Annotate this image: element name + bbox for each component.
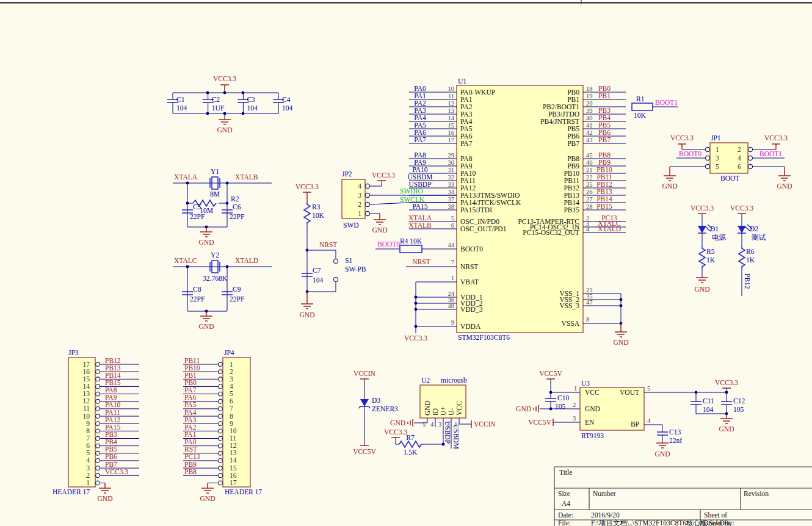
net-label: VCC3.3 xyxy=(105,468,128,475)
net-label: XTALA xyxy=(174,173,198,181)
pin-number: 16 xyxy=(448,129,455,136)
capacitor: C2 1UF xyxy=(203,93,224,113)
date-label: Date: xyxy=(558,511,573,519)
net-label-pb12: PB12 xyxy=(744,273,751,289)
pin-name: PB1 xyxy=(567,96,579,103)
power-net-label: VCC3.3 xyxy=(404,334,427,342)
date-value: 2016/9/20 xyxy=(591,511,620,519)
net-label-boot0: BOOT0 xyxy=(679,150,701,157)
pin-name: VOUT xyxy=(620,389,639,396)
pin-name: PB6 xyxy=(567,132,579,140)
net-label: PB0 xyxy=(184,379,197,386)
cap-ref: C9 xyxy=(233,286,241,293)
resistor-ref-value: R4 10K xyxy=(400,237,422,245)
pin-name: PB2/BOOT1 xyxy=(543,103,579,110)
net-label: PA1 xyxy=(184,431,197,438)
pin-number: 12 xyxy=(448,100,455,107)
gnd-label: GND xyxy=(199,323,214,330)
pin-name: PB11 xyxy=(564,177,579,184)
net-label: XTALB xyxy=(408,222,432,229)
power-net-label: VCC3.3 xyxy=(213,75,236,82)
net-label-usbdm: USBDM xyxy=(452,424,460,449)
gnd-label: GND xyxy=(614,339,629,346)
pin-name: PB9 xyxy=(567,162,579,170)
pin-name: PA11 xyxy=(460,177,476,184)
header-jp3: JP3 PB12 17 PB13 16 PB14 xyxy=(53,349,139,502)
pin-name: PA14/JTCK/SWCLK xyxy=(460,199,521,206)
pin-number: 7 xyxy=(86,434,90,442)
pin-number: 40 xyxy=(586,115,593,121)
pin-number: 27 xyxy=(586,196,593,203)
net-label: PA8 xyxy=(414,151,426,159)
power-net-label: VCC3.3 xyxy=(384,428,407,436)
net-label: PB14 xyxy=(596,195,612,203)
resistor-zigzag xyxy=(739,247,745,268)
pin-number: 2 xyxy=(86,472,90,479)
crystal-ref: Y2 xyxy=(211,251,219,259)
gnd-label: GND xyxy=(372,226,388,234)
pin-number: 44 xyxy=(448,242,455,248)
gnd-label: GND xyxy=(390,419,405,427)
led-icon xyxy=(738,226,746,233)
pin-number: 14 xyxy=(83,383,90,390)
net-label: PB1 xyxy=(184,372,197,379)
pin-number: 46 xyxy=(586,159,593,166)
connector-ref: JP1 xyxy=(711,134,721,142)
pin-name: PA3 xyxy=(460,110,473,118)
pin-number: 18 xyxy=(586,85,593,92)
pin-number: 4 xyxy=(738,154,741,162)
pin-name: PA9 xyxy=(460,162,473,170)
resistor-value: 1K xyxy=(746,256,755,264)
crystal-value: 8M xyxy=(210,190,220,198)
pin-number: 14 xyxy=(230,456,237,464)
pin-number: 21 xyxy=(586,167,593,173)
power-net-label: VCC3.3 xyxy=(715,379,738,386)
pin-number: 3 xyxy=(573,415,576,422)
connector-name: SWD xyxy=(343,222,359,229)
capacitor: C3 104 xyxy=(237,93,258,113)
cap-value: 22nf xyxy=(669,437,682,444)
gnd-label: GND xyxy=(300,311,315,319)
pin-number: 6 xyxy=(738,163,741,170)
pin-name: VDDA xyxy=(460,323,481,330)
pin-name: BOOT0 xyxy=(460,245,483,253)
cap-ref: C10 xyxy=(557,394,569,402)
mcu-u1: U1 STM32F103C8T6 PA0 10 PA0-WKUP PA1 11 … xyxy=(375,77,678,346)
pin-number: 15 xyxy=(448,122,455,129)
net-label: PB3 xyxy=(105,431,117,438)
pin-number: 4 xyxy=(230,383,233,390)
pin-number: 15 xyxy=(83,375,90,383)
diode-ref: D3 xyxy=(372,397,380,404)
pin-number: 33 xyxy=(448,181,455,188)
pin-number: 28 xyxy=(586,203,593,210)
pin-number: 38 xyxy=(448,203,455,210)
resistor-ref: R1 xyxy=(636,95,645,103)
resistor-ref: R2 xyxy=(231,195,239,203)
pin-number: 9 xyxy=(230,420,233,427)
net-label-swdio: SWDIO xyxy=(400,187,423,195)
ic-ref: U3 xyxy=(581,380,590,387)
switch-ref: S1 xyxy=(345,257,352,264)
pin-number: 2 xyxy=(358,201,361,208)
pin-name: ID xyxy=(432,408,439,416)
net-label: PB5 xyxy=(105,445,117,453)
resistor-ref: R5 xyxy=(706,248,715,255)
pin-number: 39 xyxy=(586,107,593,114)
pin-name: U- xyxy=(448,408,455,416)
pin-name: VCC xyxy=(455,401,463,416)
pin-name: PA0-WKUP xyxy=(460,88,495,96)
connector-part: microusb xyxy=(441,376,467,384)
pin-number: 7 xyxy=(230,405,233,412)
pin-number: 11 xyxy=(230,434,236,442)
net-label: PB9 xyxy=(598,159,611,166)
net-label: PB5 xyxy=(598,121,611,129)
pin-name: PA6 xyxy=(460,132,473,140)
power-net-label: VCC3.3 xyxy=(372,171,395,179)
net-label: PB10 xyxy=(184,364,200,372)
pin-number: 1 xyxy=(574,385,577,392)
led-ref: D1 xyxy=(710,225,719,232)
header-jp4: JP4 PB11 1 PB10 2 PB1 xyxy=(183,349,262,502)
cap-ref: C5 xyxy=(193,203,201,211)
schematic-sheet: VCC3.3 C1 104 C2 1UF xyxy=(0,0,812,526)
net-label: USBDP xyxy=(408,181,431,188)
